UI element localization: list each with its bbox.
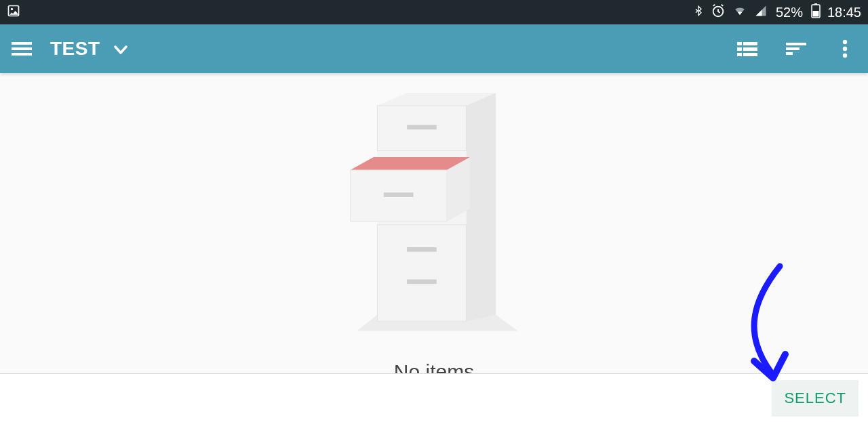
menu-button[interactable] [11, 38, 33, 60]
view-list-button[interactable] [736, 38, 758, 60]
svg-rect-27 [407, 125, 437, 130]
svg-point-1 [11, 7, 13, 9]
svg-rect-12 [743, 47, 757, 51]
alarm-icon [711, 3, 726, 22]
battery-icon [811, 3, 821, 22]
svg-rect-10 [743, 42, 757, 45]
svg-rect-5 [812, 11, 818, 17]
svg-rect-8 [12, 53, 32, 56]
svg-rect-7 [12, 47, 32, 50]
svg-rect-17 [786, 52, 793, 55]
svg-rect-13 [737, 53, 742, 56]
chevron-down-icon [114, 38, 127, 60]
sort-button[interactable] [785, 38, 807, 60]
battery-percent: 52% [776, 5, 803, 20]
svg-point-20 [843, 54, 847, 58]
signal-icon [754, 5, 768, 20]
svg-rect-26 [377, 225, 466, 322]
svg-marker-22 [467, 93, 496, 321]
svg-point-18 [843, 40, 847, 44]
svg-rect-15 [786, 43, 806, 45]
svg-rect-6 [12, 42, 32, 45]
svg-rect-14 [743, 53, 757, 56]
svg-rect-11 [737, 47, 742, 51]
svg-rect-29 [407, 280, 437, 284]
select-button[interactable]: SELECT [772, 380, 859, 417]
app-title-text: TEST [50, 38, 100, 60]
status-bar: 52% 18:45 [0, 0, 868, 24]
folder-dropdown[interactable]: TEST [50, 38, 127, 60]
svg-rect-28 [407, 247, 437, 252]
image-icon [7, 4, 20, 21]
empty-cabinet-illustration [332, 80, 536, 340]
main-content: No items [0, 73, 868, 422]
svg-point-19 [843, 47, 847, 51]
svg-rect-33 [384, 192, 414, 197]
bottom-bar: SELECT [0, 373, 868, 422]
overflow-menu-button[interactable] [834, 38, 856, 60]
svg-rect-9 [737, 42, 742, 45]
wifi-icon [732, 5, 747, 20]
svg-rect-4 [814, 3, 817, 5]
clock-text: 18:45 [827, 5, 861, 20]
app-bar: TEST [0, 24, 868, 73]
svg-rect-16 [786, 47, 800, 50]
bluetooth-icon [693, 3, 704, 22]
